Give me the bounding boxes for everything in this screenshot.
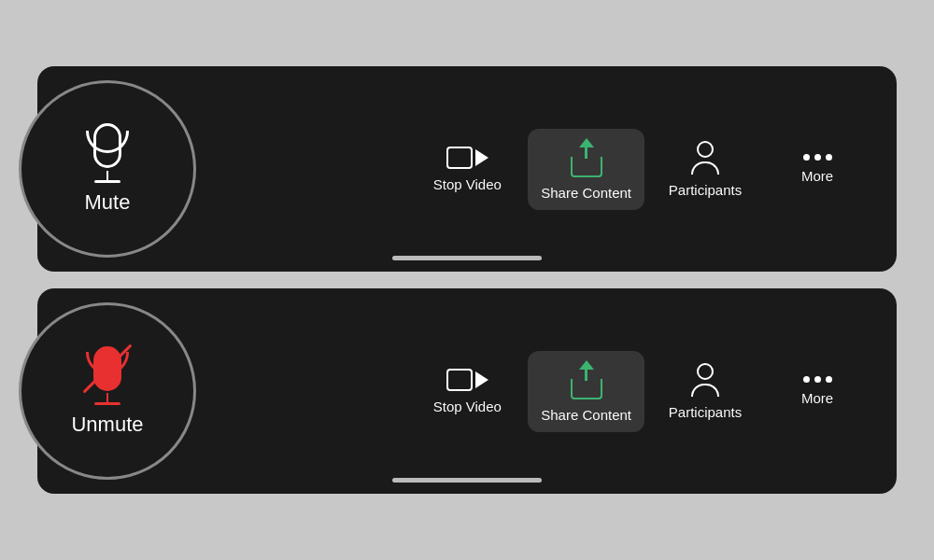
mic-body	[93, 123, 121, 168]
more-label: More	[801, 168, 833, 184]
participants-button[interactable]: Participants	[654, 141, 757, 198]
share-content-icon-2	[570, 360, 603, 399]
home-indicator	[392, 256, 542, 260]
mic-muted-icon	[93, 346, 121, 405]
share-content-label: Share Content	[541, 185, 631, 201]
more-icon	[803, 154, 832, 161]
mic-icon	[93, 123, 121, 183]
stop-video-label-2: Stop Video	[433, 399, 502, 414]
unmute-label: Unmute	[71, 413, 143, 437]
mute-button[interactable]: Mute	[19, 80, 196, 258]
toolbar-row-unmuted: Unmute Stop Video Share Content	[37, 288, 897, 494]
mic-base-muted	[94, 402, 120, 405]
video-camera-icon	[446, 147, 488, 169]
more-button-2[interactable]: More	[766, 376, 869, 406]
share-content-label-2: Share Content	[541, 407, 631, 423]
participants-button-2[interactable]: Participants	[654, 363, 757, 420]
mic-base	[94, 180, 120, 183]
stop-video-button-2[interactable]: Stop Video	[416, 369, 518, 414]
share-content-icon	[570, 138, 603, 177]
share-content-button[interactable]: Share Content	[528, 129, 644, 210]
stop-video-label: Stop Video	[433, 176, 502, 192]
participants-label-2: Participants	[669, 404, 742, 420]
unmute-button[interactable]: Unmute	[19, 302, 196, 480]
mute-label: Mute	[85, 190, 131, 215]
mic-stand	[106, 171, 108, 180]
more-button[interactable]: More	[766, 154, 869, 184]
participants-icon-2	[683, 363, 728, 397]
toolbar-row-muted: Mute Stop Video Share Content	[37, 66, 897, 272]
participants-icon	[683, 141, 728, 175]
stop-video-button[interactable]: Stop Video	[416, 147, 518, 192]
video-camera-icon-2	[446, 369, 488, 391]
more-label-2: More	[801, 390, 833, 406]
share-content-button-2[interactable]: Share Content	[528, 351, 644, 432]
mic-stand-muted	[106, 393, 108, 402]
more-icon-2	[803, 376, 832, 383]
home-indicator-2	[392, 478, 542, 483]
participants-label: Participants	[669, 182, 742, 198]
